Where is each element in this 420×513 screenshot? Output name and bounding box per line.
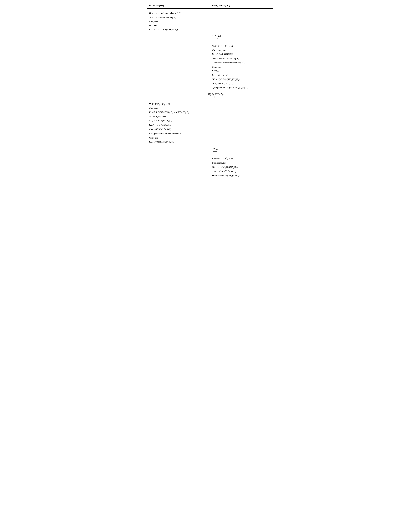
uc-line7: Vj = v.G (212, 69, 271, 73)
uc2-line5: Stores session key SKij(= SK′ij) (212, 174, 271, 178)
uc-line6: Computes (212, 65, 271, 69)
sg2-line1: Verify if |T2 − T*2| ≤ ΔT (149, 102, 208, 107)
uc2-line1: Verify if |T3 − T*3| ≤ ΔT (212, 157, 271, 161)
uc-placeholder-2 (210, 100, 273, 147)
sg2-line6: SKV′ij = h(SK′ij||RIDi||T2) (149, 123, 208, 127)
sg-block-1: Generates a random number u ∈ Z*p Select… (147, 9, 210, 34)
message2-arrow-container: {Vj, Zj, SKVij, T2} <── (208, 93, 224, 98)
message1-arrow: ──> (211, 38, 221, 40)
sg-device-header: SG device (SDi) (147, 3, 210, 8)
uc-block-2: Verify if |T3 − T*3| ≤ ΔT If so, compute… (210, 154, 273, 180)
uc-line2: If so, computes (212, 48, 271, 52)
message3-label: {SKV*ij, T3} (210, 147, 221, 150)
sg-line1: Generates a random number u ∈ Z*p (149, 11, 208, 16)
utility-center-label: Utility center (UCj) (212, 4, 230, 7)
uc-line4: Selects a current timestamp T2 (212, 56, 271, 61)
sg-placeholder-2 (147, 154, 210, 180)
sg-device-label: SG device (SDi) (149, 4, 164, 7)
sg-block-2: Verify if |T2 − T*2| ≤ ΔT Computes Ei = … (147, 100, 210, 147)
uc-block-1-placeholder (210, 9, 273, 34)
sg2-line5: SK′ij = h(W′i||h(TCi||T1||Ei)) (149, 119, 208, 123)
sg-line3: Computes (149, 20, 208, 23)
sg-line4: Ui = u.G (149, 23, 208, 28)
uc-block-1: Verify if |T1 − T*1| ≤ ΔT If so, compute… (210, 42, 273, 92)
uc-line9: SKij = h(Wj||Dj||h(RIDj||TCj||T2)) (212, 77, 271, 82)
message1-label: {Ui, Ci, T1} (211, 35, 221, 38)
sg2-line2: Computes (149, 106, 208, 110)
uc2-line2: If so, computes (212, 161, 271, 165)
uc2-line4: Checks if SKV**ij ?= SKV*ij (212, 169, 271, 174)
sg2-line10: SKV*ij = h(SK′ij||RIDi||Vj||T3) (149, 140, 208, 144)
uc2-line3: SKV**ij = h(SKij||RIDi||Vj||T3) (212, 165, 271, 169)
sg2-line4: W′i = u.Vj = (uv).G (149, 114, 208, 119)
sg2-line8: If so, generates a current timestamp T3 (149, 132, 208, 136)
sg2-line3: Ei = Zj ⊕ h(RIDi||Ui||Vj||T2) = h(RIDj||… (149, 110, 208, 115)
uc-line1: Verify if |T1 − T*1| ≤ ΔT (212, 44, 271, 48)
utility-center-header: Utility center (UCj) (210, 3, 273, 8)
sg-placeholder-1 (147, 42, 210, 92)
message1-arrow-container: {Ui, Ci, T1} ──> (211, 35, 221, 40)
message2-arrow: <── (208, 96, 224, 98)
sg2-line9: Computes (149, 136, 208, 140)
uc-line8: Wj = v.Ui = (uv).G (212, 73, 271, 77)
message2-label: {Vj, Zj, SKVij, T2} (208, 93, 224, 96)
uc-line11: Zj = h(RIDj||TCj||T2) ⊕ h(RIDi||Ui||Vj||… (212, 86, 271, 90)
sg2-line7: Checks if SKV′ij ?= SKVij (149, 127, 208, 132)
sg-line5: Ci = h(TCi||T1) ⊕ h(RIDi||Ui||T1) (149, 28, 208, 32)
sg-line2: Selects a current timestamp T1 (149, 16, 208, 20)
message3-arrow: ──> (210, 150, 221, 153)
uc-line3: Dj = Ci ⊕ (RIDi||Ui||T1) (212, 52, 271, 56)
uc-line10: SKVij = h(SKij||RIDi||T2) (212, 81, 271, 86)
message3-arrow-container: {SKV*ij, T3} ──> (210, 147, 221, 153)
uc-line5: Generates a random number v ∈ Z*p (212, 61, 271, 65)
